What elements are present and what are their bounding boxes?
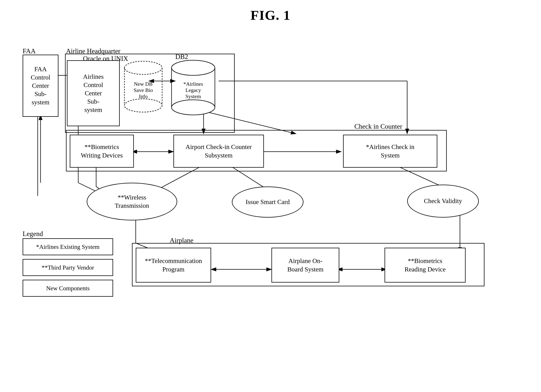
legend-third-party-box: **Third Party Vendor <box>23 259 113 276</box>
svg-point-37 <box>172 100 215 115</box>
telecom-box: **Telecommunication Program <box>136 248 211 283</box>
check-in-counter-label: Check in Counter <box>354 123 402 130</box>
fig-title: FIG. 1 <box>0 0 541 23</box>
svg-text:Info: Info <box>139 93 148 99</box>
biometrics-writing-box: **Biometrics Writing Devices <box>70 135 134 168</box>
legend-label: Legend <box>23 230 43 238</box>
airport-checkin-box: Airport Check-in Counter Subsystem <box>173 135 264 168</box>
airlines-checkin-box: *Airlines Check in System <box>343 135 437 168</box>
svg-text:*Airlines: *Airlines <box>183 81 203 87</box>
airlines-control-box: Airlines Control Center Sub- system <box>67 60 120 126</box>
svg-text:Legacy: Legacy <box>186 87 201 93</box>
svg-point-30 <box>125 99 162 112</box>
svg-point-27 <box>125 61 162 74</box>
airlines-legacy-group: *Airlines Legacy System <box>170 58 217 117</box>
svg-text:New DB: New DB <box>134 81 153 87</box>
biometrics-reading-box: **Biometrics Reading Device <box>385 248 466 283</box>
airplane-onboard-box: Airplane On- Board System <box>271 248 339 283</box>
check-validity-ellipse: Check Validity <box>407 185 479 217</box>
svg-text:System: System <box>186 93 201 99</box>
legend-new-components-box: New Components <box>23 280 113 297</box>
faa-control-box: FAA Control Center Sub- system <box>23 55 58 117</box>
wireless-ellipse: **Wireless Transmission <box>87 183 177 220</box>
legend-existing-box: *Airlines Existing System <box>23 238 113 255</box>
svg-point-34 <box>172 60 215 75</box>
svg-text:Save Bio: Save Bio <box>134 87 153 93</box>
new-db-group: New DB Save Bio Info <box>123 58 164 115</box>
faa-label: FAA <box>23 47 36 55</box>
issue-smart-card-ellipse: Issue Smart Card <box>232 186 303 217</box>
